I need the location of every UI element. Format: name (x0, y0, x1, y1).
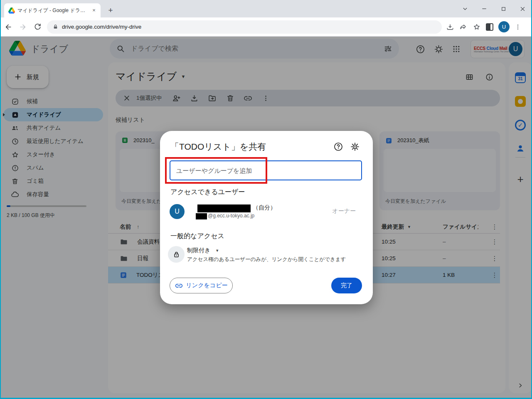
copy-link-button[interactable]: リンクをコピー (170, 278, 233, 293)
done-button[interactable]: 完了 (331, 278, 362, 293)
secure-lock-icon (53, 24, 58, 30)
owner-email-suffix: @g.ecc.u-tokyo.ac.jp (208, 213, 254, 219)
forward-button[interactable] (17, 21, 29, 33)
screen: { "colors": { "accent_blue": "#0b57d0", … (0, 0, 532, 399)
share-page-icon[interactable] (459, 23, 468, 31)
window-maximize-button[interactable] (494, 0, 513, 17)
owner-role-label: オーナー (332, 207, 356, 215)
owner-avatar: U (170, 204, 185, 219)
share-settings-gear-icon[interactable] (349, 141, 361, 153)
tab-title: マイドライブ - Google ドライブ (17, 7, 88, 14)
browser-tab[interactable]: マイドライブ - Google ドライブ × (4, 3, 101, 17)
general-access-heading: 一般的なアクセス (170, 232, 224, 241)
redacted-email-user (196, 213, 207, 219)
browser-profile-avatar[interactable]: U (498, 21, 510, 32)
owner-self-label: （自分） (253, 204, 276, 212)
access-description: アクセス権のあるユーザーのみが、リンクから開くことができます (187, 256, 346, 263)
window-minimize-button[interactable] (475, 0, 494, 17)
tab-search-icon[interactable] (456, 0, 475, 17)
share-dialog-title: 「TODOリスト」を共有 (170, 141, 266, 153)
side-panel-icon[interactable] (486, 23, 493, 31)
redacted-owner-name (197, 204, 251, 212)
new-tab-button[interactable]: + (106, 5, 116, 15)
share-help-icon[interactable] (332, 141, 344, 153)
lock-icon (168, 246, 185, 263)
browser-menu-icon[interactable] (515, 24, 521, 30)
tab-close-icon[interactable]: × (91, 7, 97, 14)
drive-page: ドライブ ECCS Cloud Mail Information Technol… (0, 37, 532, 399)
screen-border (0, 0, 1, 399)
access-level-dropdown[interactable]: 制限付き ▼ (187, 247, 219, 254)
drive-favicon-icon (8, 7, 15, 14)
annotation-highlight-box (165, 157, 267, 184)
people-with-access-heading: アクセスできるユーザー (170, 188, 245, 197)
bookmark-star-icon[interactable] (473, 23, 481, 31)
back-button[interactable] (2, 21, 15, 33)
browser-toolbar: drive.google.com/drive/my-drive U (0, 17, 532, 37)
url-text: drive.google.com/drive/my-drive (62, 24, 141, 30)
link-icon (175, 282, 183, 290)
browser-titlebar: マイドライブ - Google ドライブ × + (0, 0, 532, 17)
dropdown-caret-icon: ▼ (215, 249, 219, 253)
window-close-button[interactable] (513, 0, 532, 17)
address-bar[interactable]: drive.google.com/drive/my-drive (47, 20, 442, 34)
owner-row[interactable]: U （自分） @g.ecc.u-tokyo.ac.jp オーナー (170, 204, 363, 221)
reload-button[interactable] (31, 21, 44, 33)
install-app-icon[interactable] (446, 23, 454, 31)
